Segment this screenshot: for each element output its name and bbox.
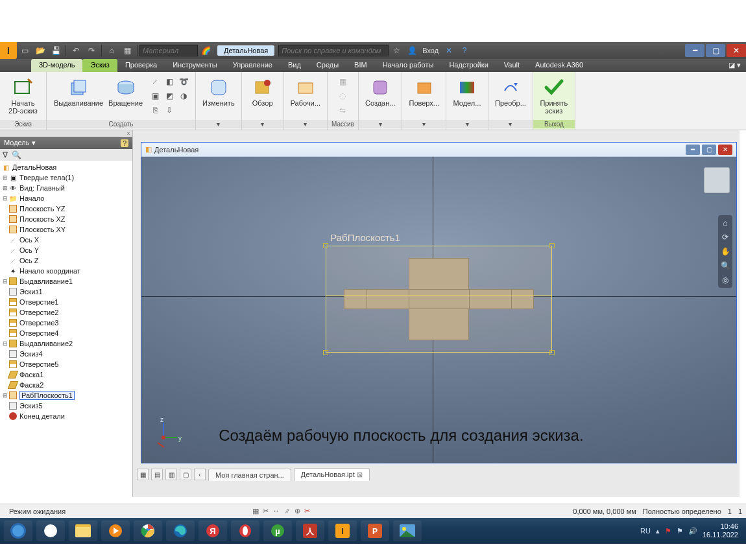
- material-input[interactable]: [139, 45, 198, 56]
- work-plane-outline[interactable]: РабПлоскость1: [326, 246, 551, 353]
- sweep-icon[interactable]: ⟋: [149, 75, 162, 88]
- nav-zoom-icon[interactable]: 🔍: [720, 261, 730, 271]
- redo-icon[interactable]: ↷: [84, 43, 99, 58]
- derive-icon[interactable]: ⎘: [149, 104, 162, 117]
- select-icon[interactable]: ▦: [120, 43, 134, 58]
- status-point-icon[interactable]: ⊕: [295, 507, 300, 515]
- doc-minimize-button[interactable]: ━: [686, 145, 700, 155]
- taskbar-chrome-icon[interactable]: [134, 520, 162, 541]
- taskbar-yandex-icon[interactable]: [36, 520, 65, 541]
- taskbar-inventor-icon[interactable]: I: [328, 520, 357, 541]
- taskbar-media-icon[interactable]: [101, 520, 130, 541]
- open-icon[interactable]: 📂: [33, 43, 47, 58]
- status-constraint-icon[interactable]: ⫽: [283, 507, 291, 515]
- tabview-v-icon[interactable]: ▥: [165, 469, 177, 480]
- wp-handle-tl[interactable]: [323, 243, 328, 248]
- tab-current-doc[interactable]: ДетальНовая.ipt ⊠: [294, 468, 370, 481]
- find-icon[interactable]: 🔍: [12, 150, 21, 159]
- new-icon[interactable]: ▭: [18, 43, 32, 58]
- tray-lang[interactable]: RU: [640, 527, 651, 535]
- sign-in-label[interactable]: Вход: [422, 47, 439, 54]
- tray-network-icon[interactable]: ⚑: [677, 527, 683, 535]
- browser-tree[interactable]: ◧ДетальНовая ⊞▣Твердые тела(1) ⊞👁Вид: Гл…: [0, 161, 132, 497]
- convert-button[interactable]: Преобр...: [492, 75, 529, 108]
- help-search-input[interactable]: [278, 45, 389, 56]
- taskbar-explorer-icon[interactable]: [69, 520, 97, 541]
- viewport-canvas[interactable]: РабПлоскость1 Создаём рабочую плоскость …: [141, 157, 736, 463]
- status-slice-icon[interactable]: ✂: [304, 507, 310, 515]
- tab-sketch[interactable]: Эскиз: [82, 59, 117, 72]
- tray-clock[interactable]: 10:46 16.11.2022: [703, 522, 742, 539]
- status-grid-icon[interactable]: ▦: [252, 507, 259, 515]
- tab-manage[interactable]: Управление: [225, 59, 280, 72]
- tabview-h-icon[interactable]: ▤: [151, 469, 163, 480]
- taskbar-ya-icon[interactable]: Я: [199, 520, 227, 541]
- tab-3d-model[interactable]: 3D-модель: [31, 59, 82, 72]
- work-features-button[interactable]: Рабочи...: [288, 75, 323, 108]
- revolve-button[interactable]: Вращение: [106, 75, 145, 117]
- taskbar-pdf-icon[interactable]: 人: [296, 520, 324, 541]
- surface-button[interactable]: Поверх...: [406, 75, 442, 108]
- tree-node-workplane1[interactable]: ⊞РабПлоскость1: [0, 390, 132, 401]
- app-logo[interactable]: I: [0, 42, 17, 59]
- exchange-icon[interactable]: ✕: [442, 43, 456, 58]
- tab-bim[interactable]: BIM: [346, 59, 375, 72]
- wp-handle-bl[interactable]: [323, 350, 328, 355]
- loft-icon[interactable]: ◧: [163, 75, 176, 88]
- taskbar-opera-icon[interactable]: [231, 520, 259, 541]
- help-icon[interactable]: ?: [457, 43, 472, 58]
- tabview-prev-icon[interactable]: ‹: [194, 469, 206, 480]
- nav-home-icon[interactable]: ⌂: [720, 218, 730, 228]
- tab-view[interactable]: Вид: [280, 59, 309, 72]
- status-dim-icon[interactable]: ↔: [272, 507, 280, 515]
- tab-inspect[interactable]: Проверка: [117, 59, 165, 72]
- panel-close-icon[interactable]: x: [0, 130, 132, 137]
- minimize-button[interactable]: ━: [685, 44, 704, 57]
- rib-icon[interactable]: ◩: [163, 89, 176, 102]
- save-icon[interactable]: 💾: [49, 43, 63, 58]
- nav-lookat-icon[interactable]: ◎: [720, 275, 730, 285]
- taskbar-utorrent-icon[interactable]: µ: [263, 520, 292, 541]
- tab-get-started[interactable]: Начало работы: [375, 59, 442, 72]
- maximize-button[interactable]: ▢: [706, 44, 725, 57]
- wp-handle-tr[interactable]: [549, 243, 555, 248]
- doc-maximize-button[interactable]: ▢: [702, 145, 716, 155]
- emboss-icon[interactable]: ▣: [149, 89, 162, 102]
- ribbon-options-icon[interactable]: ◪ ▾: [723, 59, 746, 72]
- tab-addins[interactable]: Надстройки: [441, 59, 496, 72]
- tray-volume-icon[interactable]: 🔊: [688, 527, 697, 535]
- simulation-button[interactable]: Модел...: [450, 75, 484, 108]
- tab-vault[interactable]: Vault: [496, 59, 527, 72]
- start-2d-sketch-button[interactable]: Начать 2D-эскиз: [6, 75, 40, 116]
- view-cube[interactable]: [704, 167, 730, 193]
- taskbar-image-icon[interactable]: [393, 520, 422, 541]
- tabview-single-icon[interactable]: ▢: [180, 469, 191, 480]
- close-button[interactable]: ✕: [727, 44, 746, 57]
- home-icon[interactable]: ⌂: [104, 43, 119, 58]
- modify-button[interactable]: Изменить: [200, 75, 237, 108]
- nav-pan-icon[interactable]: ✋: [720, 246, 730, 257]
- tab-tools[interactable]: Инструменты: [165, 59, 225, 72]
- start-button[interactable]: [4, 520, 32, 541]
- appearance-icon[interactable]: 🌈: [199, 43, 213, 58]
- active-document-tab[interactable]: ДетальНовая: [217, 45, 274, 56]
- taskbar-powerpoint-icon[interactable]: P: [361, 520, 389, 541]
- decal-icon[interactable]: ◑: [177, 89, 190, 102]
- taskbar-edge-icon[interactable]: [166, 520, 195, 541]
- nav-orbit-icon[interactable]: ⟳: [720, 232, 730, 242]
- status-snap-icon[interactable]: ✂: [263, 507, 269, 515]
- star-icon[interactable]: ☆: [389, 43, 403, 58]
- tab-a360[interactable]: Autodesk A360: [527, 59, 591, 72]
- undo-icon[interactable]: ↶: [69, 43, 83, 58]
- explore-button[interactable]: Обзор: [246, 75, 280, 108]
- tray-flag-icon[interactable]: ⚑: [665, 527, 671, 535]
- tabview-grid-icon[interactable]: ▦: [137, 469, 149, 480]
- wp-handle-br[interactable]: [549, 350, 555, 355]
- browser-help-icon[interactable]: ?: [121, 139, 128, 147]
- extrude-button[interactable]: Выдавливание: [51, 75, 106, 117]
- finish-sketch-button[interactable]: Принять эскиз: [537, 75, 571, 116]
- freeform-button[interactable]: Создан...: [363, 75, 398, 108]
- filter-icon[interactable]: ∇: [3, 150, 8, 159]
- tray-up-icon[interactable]: ▴: [656, 527, 660, 535]
- user-icon[interactable]: 👤: [405, 43, 419, 58]
